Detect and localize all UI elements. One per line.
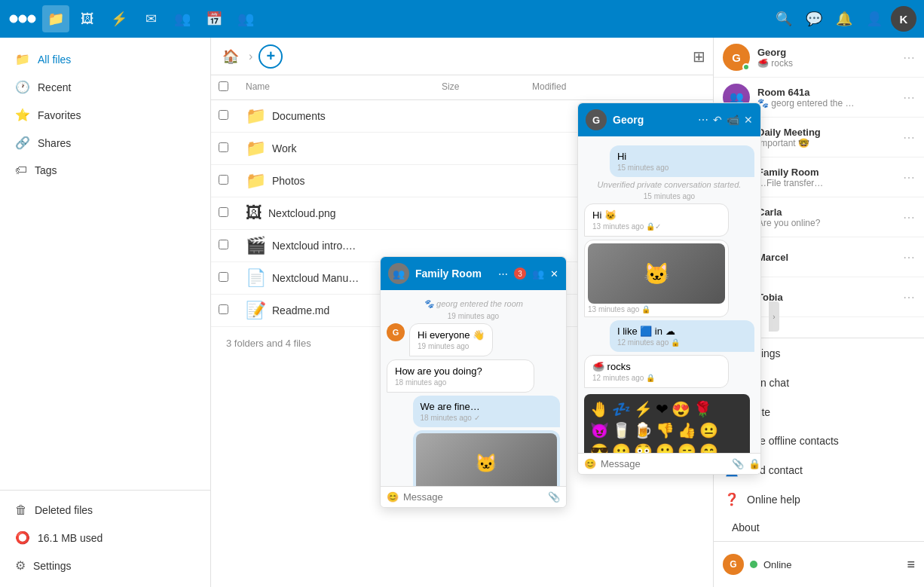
sidebar-item-recent[interactable]: 🕐 Recent — [0, 73, 210, 101]
chat-expand-handle[interactable]: › — [769, 301, 779, 332]
logo[interactable] — [8, 4, 38, 34]
message-time: 18 minutes ago ✓ — [421, 414, 553, 422]
emoji-item[interactable]: 😛 — [612, 442, 631, 453]
message-time: 19 minutes ago — [418, 342, 485, 350]
home-button[interactable]: 🏠 — [219, 44, 243, 69]
sidebar-item-favorites[interactable]: ⭐ Favorites — [0, 101, 210, 129]
search-icon[interactable]: 🔍 — [770, 5, 797, 32]
row-checkbox[interactable] — [219, 142, 228, 152]
message-in: Hi 🐱 13 minutes ago 🔒✓ — [584, 203, 729, 237]
sidebar-item-settings[interactable]: ⚙ Settings — [0, 552, 210, 579]
georg-chat-window: G Georg ⋯ ↶ 📹 ✕ Hi 15 minutes ago Unveri… — [577, 102, 761, 475]
more-options-button[interactable]: ≡ — [907, 557, 915, 573]
row-checkbox[interactable] — [219, 207, 228, 217]
sidebar-item-all-files[interactable]: 📁 All files — [0, 45, 210, 73]
more-button[interactable]: ⋯ — [498, 268, 508, 280]
nav-calendar[interactable]: 📅 — [200, 5, 228, 32]
emoji-item[interactable]: 🍺 — [634, 421, 653, 439]
emoji-item[interactable]: 👎 — [656, 421, 675, 439]
online-help-menu-item[interactable]: ❓ Online help — [714, 485, 924, 514]
attachment-icon[interactable]: 📎 — [548, 491, 560, 503]
message-text: 🥌 rocks — [592, 361, 721, 372]
file-name: 📁 Documents — [246, 106, 442, 126]
emoji-item[interactable]: 🙂 — [656, 442, 675, 453]
header-checkbox[interactable] — [219, 81, 246, 93]
chat-info: Carla Are you online? — [757, 206, 895, 228]
star-icon: ⭐ — [15, 108, 30, 122]
chat-more-button[interactable]: ⋯ — [903, 290, 915, 304]
header-actions — [668, 81, 705, 93]
nav-participants[interactable]: 👥 — [232, 5, 259, 32]
emoji-item[interactable]: ⚡ — [634, 400, 653, 418]
members-icon[interactable]: 👥 — [532, 268, 544, 280]
video-btn[interactable]: 📹 — [727, 114, 739, 126]
grid-view-icon[interactable]: ⊞ — [693, 47, 705, 66]
notifications-icon[interactable]: 🔔 — [831, 5, 858, 32]
row-checkbox[interactable] — [219, 304, 228, 314]
contacts-icon[interactable]: 👤 — [861, 5, 888, 32]
row-checkbox[interactable] — [219, 110, 228, 120]
attachment-icon[interactable]: 📎 — [732, 458, 744, 469]
chat-more-button[interactable]: ⋯ — [903, 250, 915, 264]
emoji-item[interactable]: 🌹 — [693, 400, 712, 418]
nav-mail[interactable]: ✉ — [137, 5, 164, 32]
chat-more-button[interactable]: ⋯ — [903, 50, 915, 65]
nav-files[interactable]: 📁 — [42, 5, 69, 32]
chat-more-button[interactable]: ⋯ — [903, 170, 915, 185]
nav-activity[interactable]: ⚡ — [106, 5, 133, 32]
emoji-item[interactable]: 💤 — [612, 400, 631, 418]
sidebar-item-storage[interactable]: ⭕ 16.1 MB used — [0, 524, 210, 552]
family-message-input[interactable] — [403, 491, 543, 503]
chat-info: Marcel — [757, 252, 895, 263]
message-input[interactable] — [601, 458, 727, 469]
select-all-checkbox[interactable] — [219, 81, 228, 91]
emoji-item[interactable]: 😐 — [699, 421, 718, 439]
avatar[interactable]: K — [891, 6, 916, 32]
history-btn[interactable]: ↶ — [713, 114, 722, 126]
nav-photos[interactable]: 🖼 — [74, 5, 101, 32]
message-out: We are fine… 18 minutes ago ✓ — [413, 396, 561, 427]
close-button[interactable]: ✕ — [550, 268, 558, 280]
emoji-item[interactable]: 😄 — [699, 442, 718, 453]
emoji-trigger[interactable]: 😊 — [387, 491, 399, 503]
file-toolbar: 🏠 › + ⊞ — [211, 38, 713, 75]
message-text: Hi — [617, 151, 747, 162]
emoji-item[interactable]: 😳 — [634, 442, 653, 453]
topnav-right: 🔍 💬 🔔 👤 K — [770, 5, 916, 32]
row-checkbox[interactable] — [219, 272, 228, 282]
emoji-trigger[interactable]: 😊 — [584, 458, 596, 469]
chat-more-button[interactable]: ⋯ — [903, 210, 915, 225]
share-icon: 🔗 — [15, 136, 30, 150]
message-time: 12 minutes ago 🔒 — [617, 338, 747, 347]
chat-more-button[interactable]: ⋯ — [903, 90, 915, 105]
emoji-item[interactable]: 🤚 — [590, 400, 609, 418]
secure-icon[interactable]: 🔒 — [748, 458, 760, 469]
emoji-item[interactable]: 😎 — [590, 442, 609, 453]
message-row: G Hi everyone 👋 19 minutes ago — [387, 323, 560, 356]
close-btn[interactable]: ✕ — [744, 114, 753, 126]
sidebar-item-shares[interactable]: 🔗 Shares — [0, 129, 210, 157]
about-menu-item[interactable]: About — [714, 514, 924, 541]
row-checkbox[interactable] — [219, 240, 228, 249]
talk-icon[interactable]: 💬 — [800, 5, 828, 32]
nav-contacts[interactable]: 👥 — [169, 5, 196, 32]
chat-more-button[interactable]: ⋯ — [903, 130, 915, 145]
more-btn[interactable]: ⋯ — [698, 114, 708, 126]
sidebar-item-tags[interactable]: 🏷 Tags — [0, 157, 210, 184]
chat-window-body: Hi 15 minutes ago Unverified private con… — [578, 136, 760, 453]
emoji-item[interactable]: ❤ — [656, 400, 669, 418]
row-checkbox[interactable] — [219, 175, 228, 185]
add-button[interactable]: + — [259, 44, 283, 69]
file-icon: 🖼 — [246, 203, 262, 223]
chat-info: Room 641a 🐾 georg entered the … — [757, 87, 895, 109]
emoji-item[interactable]: 😑 — [678, 442, 696, 453]
emoji-item[interactable]: 😈 — [590, 421, 609, 439]
family-chat-footer: 😊 📎 — [381, 486, 566, 507]
header-size: Size — [442, 81, 532, 93]
emoji-item[interactable]: 😍 — [672, 400, 690, 418]
chat-item-georg[interactable]: G Georg 🥌 rocks ⋯ — [714, 38, 924, 78]
sidebar-item-deleted[interactable]: 🗑 Deleted files — [0, 497, 210, 524]
emoji-item[interactable]: 👍 — [678, 421, 696, 439]
georg-avatar: G — [723, 44, 750, 71]
emoji-item[interactable]: 🥛 — [612, 421, 631, 439]
